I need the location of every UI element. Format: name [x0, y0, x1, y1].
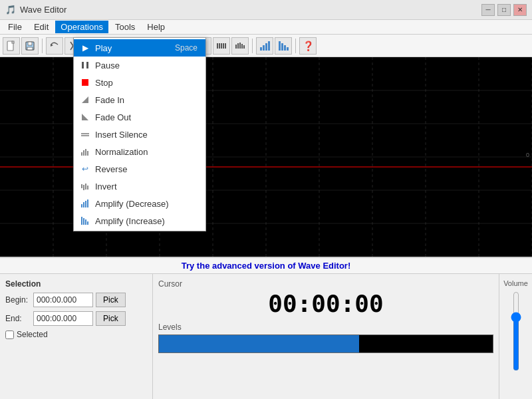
title-bar-controls[interactable]: ─ □ ✕ [481, 4, 527, 16]
svg-rect-20 [239, 43, 241, 49]
title-bar-left: 🎵 Wave Editor [5, 5, 66, 15]
levels-bar [158, 334, 493, 353]
help-button[interactable]: ❓ [299, 37, 317, 55]
menu-operations[interactable]: Operations [55, 21, 108, 33]
svg-rect-50 [86, 62, 88, 68]
amplify-dec-button[interactable] [256, 37, 273, 55]
save-button[interactable] [21, 37, 39, 55]
maximize-button[interactable]: □ [497, 4, 511, 16]
loop2-button[interactable] [231, 37, 249, 55]
bottom-panel: Try the advanced version of Wave Editor!… [0, 257, 532, 399]
menu-help[interactable]: Help [142, 21, 170, 33]
svg-rect-49 [82, 62, 84, 68]
title-bar: 🎵 Wave Editor ─ □ ✕ [0, 0, 532, 20]
svg-rect-54 [81, 133, 89, 134]
svg-rect-70 [85, 219, 86, 225]
fade-out-label: Fade Out [95, 112, 198, 122]
svg-rect-57 [83, 150, 84, 156]
play-label: Play [95, 43, 171, 53]
menu-item-reverse[interactable]: ↩ Reverse [74, 160, 205, 178]
svg-rect-30 [287, 47, 289, 51]
new-button[interactable] [3, 37, 20, 55]
end-input[interactable] [33, 311, 93, 326]
loop-button[interactable] [213, 37, 230, 55]
svg-rect-16 [223, 43, 224, 49]
svg-rect-55 [81, 135, 89, 136]
svg-rect-25 [265, 43, 267, 51]
menu-tools[interactable]: Tools [110, 21, 140, 33]
svg-rect-67 [87, 200, 88, 207]
svg-rect-69 [83, 218, 84, 225]
svg-rect-4 [27, 47, 33, 50]
fade-out-icon [79, 111, 91, 123]
stop-icon [79, 76, 91, 88]
normalization-icon [79, 146, 91, 158]
app-icon: 🎵 [5, 5, 16, 15]
levels-fill [159, 335, 359, 352]
begin-input[interactable] [33, 293, 93, 307]
svg-rect-17 [225, 43, 226, 49]
end-row: End: Pick [5, 311, 147, 326]
svg-rect-23 [260, 47, 262, 51]
volume-slider[interactable] [509, 291, 523, 371]
svg-rect-62 [85, 184, 86, 190]
svg-marker-53 [82, 114, 88, 120]
play-shortcut: Space [175, 43, 198, 53]
svg-rect-66 [85, 201, 86, 207]
end-label: End: [5, 314, 31, 323]
svg-rect-28 [281, 43, 283, 51]
menu-file[interactable]: File [3, 21, 27, 33]
reverse-icon: ↩ [79, 163, 91, 175]
menu-item-insert-silence[interactable]: Insert Silence [74, 126, 205, 143]
begin-label: Begin: [5, 295, 31, 305]
operations-dropdown: ▶ Play Space Pause Stop Fade In Fade Out… [73, 37, 206, 231]
selected-label: Selected [17, 330, 48, 339]
selection-title: Selection [5, 279, 147, 289]
menu-item-normalization[interactable]: Normalization [74, 143, 205, 160]
menu-item-play[interactable]: ▶ Play Space [74, 39, 205, 57]
bottom-content: Selection Begin: Pick End: Pick Selected… [0, 274, 532, 399]
app-title: Wave Editor [20, 5, 66, 15]
reverse-label: Reverse [95, 164, 198, 174]
menu-item-pause[interactable]: Pause [74, 57, 205, 74]
volume-label: Volume [502, 279, 529, 287]
normalization-label: Normalization [95, 147, 198, 157]
menu-item-fade-in[interactable]: Fade In [74, 91, 205, 108]
invert-icon [79, 180, 91, 192]
amplify-decrease-label: Amplify (Decrease) [95, 199, 198, 209]
levels-label: Levels [158, 323, 493, 332]
menu-item-amplify-increase[interactable]: Amplify (Increase) [74, 212, 205, 229]
begin-row: Begin: Pick [5, 293, 147, 307]
selected-checkbox[interactable] [5, 331, 14, 339]
menu-item-fade-out[interactable]: Fade Out [74, 108, 205, 126]
menu-edit[interactable]: Edit [29, 21, 54, 33]
cursor-section: Cursor 00:00:00 [158, 279, 493, 317]
svg-text:0: 0 [526, 152, 529, 158]
undo-button[interactable] [46, 37, 63, 55]
menu-item-invert[interactable]: Invert [74, 178, 205, 195]
center-panel: Cursor 00:00:00 Levels [153, 274, 499, 399]
svg-rect-71 [87, 221, 88, 225]
end-pick-button[interactable]: Pick [96, 311, 126, 326]
begin-pick-button[interactable]: Pick [96, 293, 126, 307]
amplify-inc-button[interactable] [275, 37, 292, 55]
separator-1 [42, 39, 43, 53]
svg-rect-24 [263, 45, 265, 51]
promo-bar[interactable]: Try the advanced version of Wave Editor! [0, 258, 532, 274]
svg-rect-64 [81, 204, 82, 207]
menu-item-stop[interactable]: Stop [74, 74, 205, 91]
close-button[interactable]: ✕ [513, 4, 527, 16]
fade-in-label: Fade In [95, 95, 198, 105]
volume-panel: Volume [499, 274, 532, 399]
minimize-button[interactable]: ─ [481, 4, 495, 16]
volume-slider-container [502, 291, 529, 371]
svg-rect-27 [279, 41, 281, 51]
menu-item-amplify-decrease[interactable]: Amplify (Decrease) [74, 195, 205, 212]
svg-rect-29 [284, 45, 286, 51]
menu-bar: File Edit Operations Tools Help [0, 20, 532, 35]
svg-rect-14 [219, 43, 220, 49]
play-icon: ▶ [79, 42, 91, 54]
stop-label: Stop [95, 78, 198, 88]
svg-rect-58 [85, 149, 86, 156]
separator-6 [295, 39, 296, 53]
